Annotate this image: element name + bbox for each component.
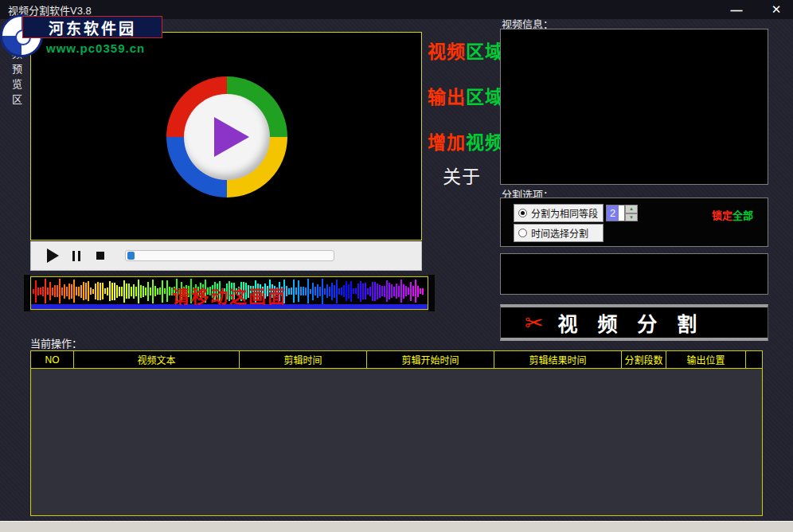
pause-button[interactable] [64,245,88,266]
col-clip-result-time: 剪辑结果时间 [494,351,622,368]
split-preview-box [500,253,768,295]
player-controls [30,241,422,271]
lock-all-button[interactable]: 锁定全部 [712,207,753,222]
video-split-button[interactable]: ✂ 视 频 分 割 [500,304,768,341]
scissors-icon: ✂ [525,310,543,336]
option-equal-label: 分割为相同等段 [531,206,598,220]
option-time-label: 时间选择分割 [531,226,588,240]
spinner-up-icon[interactable]: ▲ [625,205,638,213]
site-watermark: 河东软件园 www.pc0359.cn [0,13,175,61]
table-header-row: NO 视频文本 剪辑时间 剪辑开始时间 剪辑结果时间 分割段数 输出位置 [31,351,762,369]
video-info-box [500,29,768,185]
stop-button[interactable] [88,245,112,266]
site-name: 河东软件园 [22,16,162,38]
video-screen [30,32,422,241]
seek-bar[interactable] [125,250,334,261]
close-button[interactable]: ✕ [766,0,787,19]
col-video-text: 视频文本 [74,351,240,368]
segment-count-spinner[interactable]: ▲ ▼ [625,205,638,221]
radio-checked-icon [518,209,527,217]
segment-count-value: 2 [607,205,619,221]
player-logo-icon [166,76,287,198]
menu-video-area[interactable]: 视频区域 [428,37,504,64]
col-clip-time: 剪辑时间 [240,351,367,368]
stop-icon [96,252,104,260]
col-output-path: 输出位置 [666,351,746,368]
col-filler [746,351,762,368]
seek-thumb[interactable] [127,252,135,260]
player-logo-play-icon [214,117,249,157]
menu-add-video[interactable]: 增加视频 [428,127,504,155]
app-window: 视频分割软件V3.8 — ✕ 河东软件园 www.pc0359.cn 视频预览区 [0,0,793,532]
site-url: www.pc0359.cn [46,41,145,55]
operations-table: NO 视频文本 剪辑时间 剪辑开始时间 剪辑结果时间 分割段数 输出位置 [30,350,763,516]
split-button-label: 视 频 分 割 [557,308,704,337]
play-icon [47,248,59,263]
col-no: NO [31,351,74,368]
spinner-down-icon[interactable]: ▼ [625,213,638,222]
segment-count-input[interactable]: 2 [606,205,625,221]
menu-output-area[interactable]: 输出区域 [428,82,504,109]
spectrum-overlay-text: 请移动这画面 [31,282,428,307]
current-operation-label: 当前操作： [30,335,82,350]
option-equal-segments[interactable]: 分割为相同等段 [514,204,604,222]
option-time-select[interactable]: 时间选择分割 [514,224,604,242]
pause-icon [72,251,80,261]
menu-about[interactable]: 关于 [443,162,481,189]
col-clip-start-time: 剪辑开始时间 [367,351,494,368]
spectrum-left-handle[interactable] [24,275,30,311]
radio-unchecked-icon [518,229,527,237]
video-player [30,32,422,271]
split-options-panel: 分割为相同等段 时间选择分割 2 ▲ ▼ 锁定全部 [500,198,768,247]
audio-spectrum[interactable]: 请移动这画面 [30,276,428,310]
status-bar [0,521,793,532]
play-button[interactable] [41,245,64,266]
minimize-button[interactable]: — [726,0,747,19]
spectrum-right-handle[interactable] [428,275,435,311]
col-segment-count: 分割段数 [622,351,666,368]
